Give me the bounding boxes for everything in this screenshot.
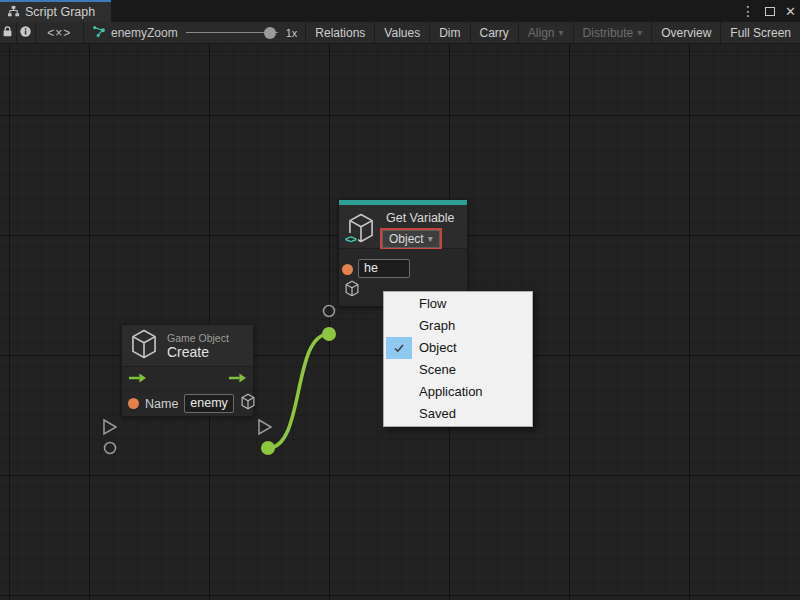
align-button[interactable]: Align ▾ (519, 22, 574, 43)
values-button[interactable]: Values (375, 22, 430, 43)
chevron-down-icon: ▾ (428, 231, 433, 247)
variable-name-input[interactable]: he (358, 259, 410, 278)
checkmark-icon (386, 337, 412, 359)
info-icon (19, 25, 32, 41)
zoom-slider-handle[interactable] (264, 27, 276, 39)
variable-kind-menu: Flow Graph Object Scene Application Save… (383, 291, 533, 427)
graph-icon (92, 25, 106, 41)
tab-title: Script Graph (25, 5, 95, 19)
node-title: Create (167, 344, 229, 360)
dim-button[interactable]: Dim (430, 22, 470, 43)
chevron-down-icon: ▾ (559, 27, 564, 38)
node-game-object-create[interactable]: Game Object Create Name enemy (121, 324, 254, 417)
code-preview-toggle[interactable]: <×> (36, 22, 84, 43)
zoom-value: 1x (286, 27, 298, 39)
close-icon[interactable]: ✕ (785, 4, 796, 19)
window-menu-icon[interactable]: ⋮ (741, 3, 755, 19)
cube-icon (129, 328, 159, 364)
breadcrumb-label: enemy (111, 26, 147, 40)
zoom-label: Zoom (147, 26, 178, 40)
string-port-icon[interactable] (128, 398, 139, 409)
menu-item-saved[interactable]: Saved (384, 403, 532, 425)
menu-item-scene[interactable]: Scene (384, 359, 532, 381)
node-category: Game Object (167, 332, 229, 344)
node-title: Get Variable (386, 211, 455, 225)
menu-item-application[interactable]: Application (384, 381, 532, 403)
relations-button[interactable]: Relations (306, 22, 375, 43)
menu-item-graph[interactable]: Graph (384, 315, 532, 337)
carry-button[interactable]: Carry (471, 22, 519, 43)
info-button[interactable] (17, 22, 36, 43)
variable-kind-selection-highlight: Object ▾ (380, 228, 442, 250)
chevron-down-icon: ▾ (637, 27, 642, 38)
graph-breadcrumb[interactable]: enemy (92, 25, 147, 41)
code-toggle-icon: <×> (47, 26, 71, 40)
overview-button[interactable]: Overview (652, 22, 721, 43)
lock-button[interactable] (0, 22, 17, 43)
zoom-slider[interactable] (186, 26, 278, 40)
variable-kind-dropdown[interactable]: Object ▾ (382, 230, 440, 248)
toolbar-middle-segment: enemy Zoom 1x (84, 22, 306, 43)
distribute-button[interactable]: Distribute ▾ (574, 22, 653, 43)
maximize-icon[interactable] (765, 7, 775, 16)
game-object-port-icon[interactable] (240, 393, 256, 414)
lock-icon (1, 25, 14, 41)
flow-output-arrow-icon (228, 370, 247, 388)
menu-item-flow[interactable]: Flow (384, 293, 532, 315)
flow-input-arrow-icon (128, 370, 147, 388)
game-object-port-icon[interactable] (344, 280, 360, 301)
full-screen-button[interactable]: Full Screen (721, 22, 800, 43)
hierarchy-icon (7, 5, 20, 20)
graph-toolbar: <×> enemy Zoom (0, 22, 800, 44)
name-input[interactable]: enemy (184, 394, 234, 413)
tab-script-graph[interactable]: Script Graph (0, 0, 111, 22)
tab-bar: Script Graph ⋮ ✕ (0, 0, 800, 22)
string-port-icon[interactable] (342, 264, 353, 275)
script-graph-window: Script Graph ⋮ ✕ (0, 0, 800, 600)
name-port-label: Name (145, 397, 178, 411)
menu-item-object[interactable]: Object (384, 337, 532, 359)
variable-code-icon: <> (345, 233, 358, 245)
